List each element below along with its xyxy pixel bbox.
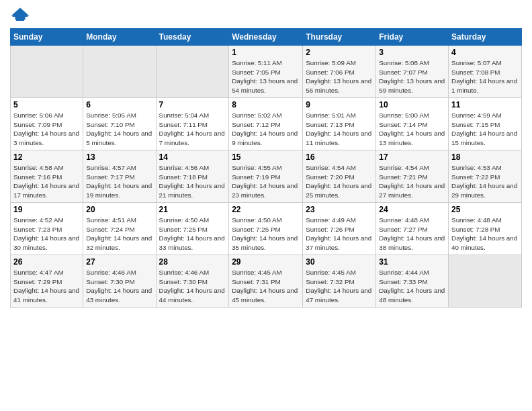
day-info: Sunrise: 4:49 AMSunset: 7:26 PMDaylight:… bbox=[306, 216, 373, 253]
day-number: 20 bbox=[86, 205, 152, 214]
day-info: Sunrise: 5:05 AMSunset: 7:10 PMDaylight:… bbox=[86, 111, 152, 148]
calendar-cell: 6Sunrise: 5:05 AMSunset: 7:10 PMDaylight… bbox=[83, 98, 156, 150]
day-info: Sunrise: 5:04 AMSunset: 7:11 PMDaylight:… bbox=[159, 111, 226, 148]
day-number: 28 bbox=[159, 257, 226, 267]
calendar-cell: 18Sunrise: 4:53 AMSunset: 7:22 PMDayligh… bbox=[449, 150, 522, 203]
day-info: Sunrise: 4:57 AMSunset: 7:17 PMDaylight:… bbox=[86, 163, 152, 200]
col-monday: Monday bbox=[83, 29, 156, 46]
calendar-cell: 27Sunrise: 4:46 AMSunset: 7:30 PMDayligh… bbox=[83, 255, 156, 308]
calendar-cell: 20Sunrise: 4:51 AMSunset: 7:24 PMDayligh… bbox=[83, 203, 156, 255]
col-friday: Friday bbox=[376, 29, 449, 46]
day-info: Sunrise: 5:02 AMSunset: 7:12 PMDaylight:… bbox=[232, 111, 300, 148]
calendar-cell: 8Sunrise: 5:02 AMSunset: 7:12 PMDaylight… bbox=[229, 98, 303, 150]
calendar-cell: 26Sunrise: 4:47 AMSunset: 7:29 PMDayligh… bbox=[11, 255, 83, 308]
day-info: Sunrise: 4:50 AMSunset: 7:25 PMDaylight:… bbox=[232, 216, 300, 253]
day-number: 27 bbox=[86, 257, 152, 267]
day-info: Sunrise: 5:06 AMSunset: 7:09 PMDaylight:… bbox=[13, 111, 80, 148]
day-info: Sunrise: 4:46 AMSunset: 7:30 PMDaylight:… bbox=[86, 268, 152, 305]
day-number: 15 bbox=[232, 152, 300, 162]
col-tuesday: Tuesday bbox=[156, 29, 229, 46]
day-number: 31 bbox=[379, 257, 445, 267]
col-sunday: Sunday bbox=[11, 29, 83, 46]
day-number: 5 bbox=[13, 100, 80, 109]
col-thursday: Thursday bbox=[303, 29, 376, 46]
day-info: Sunrise: 5:01 AMSunset: 7:13 PMDaylight:… bbox=[306, 111, 373, 148]
day-number: 14 bbox=[159, 152, 226, 162]
calendar-cell: 4Sunrise: 5:07 AMSunset: 7:08 PMDaylight… bbox=[449, 46, 522, 98]
day-number: 30 bbox=[306, 257, 373, 267]
day-number: 22 bbox=[232, 205, 300, 214]
day-info: Sunrise: 4:54 AMSunset: 7:20 PMDaylight:… bbox=[306, 163, 373, 200]
calendar-week-2: 5Sunrise: 5:06 AMSunset: 7:09 PMDaylight… bbox=[11, 98, 522, 150]
day-number: 7 bbox=[159, 100, 226, 109]
page-container: Sunday Monday Tuesday Wednesday Thursday… bbox=[0, 0, 532, 314]
calendar-week-5: 26Sunrise: 4:47 AMSunset: 7:29 PMDayligh… bbox=[11, 255, 522, 308]
calendar-cell: 21Sunrise: 4:50 AMSunset: 7:25 PMDayligh… bbox=[156, 203, 229, 255]
calendar-cell: 2Sunrise: 5:09 AMSunset: 7:06 PMDaylight… bbox=[303, 46, 376, 98]
day-info: Sunrise: 4:55 AMSunset: 7:19 PMDaylight:… bbox=[232, 163, 300, 200]
calendar-cell: 1Sunrise: 5:11 AMSunset: 7:05 PMDaylight… bbox=[229, 46, 303, 98]
calendar-cell: 11Sunrise: 4:59 AMSunset: 7:15 PMDayligh… bbox=[449, 98, 522, 150]
day-info: Sunrise: 5:07 AMSunset: 7:08 PMDaylight:… bbox=[451, 58, 519, 95]
calendar-cell: 24Sunrise: 4:48 AMSunset: 7:27 PMDayligh… bbox=[376, 203, 449, 255]
day-number: 6 bbox=[86, 100, 152, 109]
day-number: 13 bbox=[86, 152, 152, 162]
calendar-cell: 16Sunrise: 4:54 AMSunset: 7:20 PMDayligh… bbox=[303, 150, 376, 203]
calendar-cell: 13Sunrise: 4:57 AMSunset: 7:17 PMDayligh… bbox=[83, 150, 156, 203]
calendar-cell: 10Sunrise: 5:00 AMSunset: 7:14 PMDayligh… bbox=[376, 98, 449, 150]
calendar-body: 1Sunrise: 5:11 AMSunset: 7:05 PMDaylight… bbox=[11, 46, 522, 308]
day-number: 12 bbox=[13, 152, 80, 162]
calendar-cell: 12Sunrise: 4:58 AMSunset: 7:16 PMDayligh… bbox=[11, 150, 83, 203]
day-number: 16 bbox=[306, 152, 373, 162]
calendar-week-1: 1Sunrise: 5:11 AMSunset: 7:05 PMDaylight… bbox=[11, 46, 522, 98]
day-number: 29 bbox=[232, 257, 300, 267]
day-number: 1 bbox=[232, 48, 300, 57]
calendar-week-4: 19Sunrise: 4:52 AMSunset: 7:23 PMDayligh… bbox=[11, 203, 522, 255]
day-info: Sunrise: 4:58 AMSunset: 7:16 PMDaylight:… bbox=[13, 163, 80, 200]
calendar-cell bbox=[11, 46, 83, 98]
calendar-table: Sunday Monday Tuesday Wednesday Thursday… bbox=[10, 28, 522, 308]
calendar-cell: 14Sunrise: 4:56 AMSunset: 7:18 PMDayligh… bbox=[156, 150, 229, 203]
calendar-cell: 31Sunrise: 4:44 AMSunset: 7:33 PMDayligh… bbox=[376, 255, 449, 308]
day-info: Sunrise: 4:47 AMSunset: 7:29 PMDaylight:… bbox=[13, 268, 80, 305]
day-number: 11 bbox=[451, 100, 519, 109]
day-info: Sunrise: 5:00 AMSunset: 7:14 PMDaylight:… bbox=[379, 111, 445, 148]
day-info: Sunrise: 4:54 AMSunset: 7:21 PMDaylight:… bbox=[379, 163, 445, 200]
calendar-cell: 23Sunrise: 4:49 AMSunset: 7:26 PMDayligh… bbox=[303, 203, 376, 255]
calendar-cell: 30Sunrise: 4:45 AMSunset: 7:32 PMDayligh… bbox=[303, 255, 376, 308]
calendar-cell: 7Sunrise: 5:04 AMSunset: 7:11 PMDaylight… bbox=[156, 98, 229, 150]
calendar-cell: 28Sunrise: 4:46 AMSunset: 7:30 PMDayligh… bbox=[156, 255, 229, 308]
day-info: Sunrise: 5:09 AMSunset: 7:06 PMDaylight:… bbox=[306, 58, 373, 95]
day-info: Sunrise: 4:52 AMSunset: 7:23 PMDaylight:… bbox=[13, 216, 80, 253]
day-info: Sunrise: 4:53 AMSunset: 7:22 PMDaylight:… bbox=[451, 163, 519, 200]
col-wednesday: Wednesday bbox=[229, 29, 303, 46]
calendar-cell: 3Sunrise: 5:08 AMSunset: 7:07 PMDaylight… bbox=[376, 46, 449, 98]
calendar-cell: 15Sunrise: 4:55 AMSunset: 7:19 PMDayligh… bbox=[229, 150, 303, 203]
day-number: 3 bbox=[379, 48, 445, 57]
day-info: Sunrise: 4:48 AMSunset: 7:27 PMDaylight:… bbox=[379, 216, 445, 253]
calendar-cell bbox=[449, 255, 522, 308]
day-number: 26 bbox=[13, 257, 80, 267]
day-info: Sunrise: 5:11 AMSunset: 7:05 PMDaylight:… bbox=[232, 58, 300, 95]
day-info: Sunrise: 4:44 AMSunset: 7:33 PMDaylight:… bbox=[379, 268, 445, 305]
calendar-week-3: 12Sunrise: 4:58 AMSunset: 7:16 PMDayligh… bbox=[11, 150, 522, 203]
day-info: Sunrise: 4:51 AMSunset: 7:24 PMDaylight:… bbox=[86, 216, 152, 253]
day-number: 9 bbox=[306, 100, 373, 109]
calendar-cell: 9Sunrise: 5:01 AMSunset: 7:13 PMDaylight… bbox=[303, 98, 376, 150]
day-number: 8 bbox=[232, 100, 300, 109]
day-info: Sunrise: 4:45 AMSunset: 7:32 PMDaylight:… bbox=[306, 268, 373, 305]
calendar-cell: 22Sunrise: 4:50 AMSunset: 7:25 PMDayligh… bbox=[229, 203, 303, 255]
day-number: 2 bbox=[306, 48, 373, 57]
svg-marker-0 bbox=[11, 8, 30, 20]
calendar-cell: 19Sunrise: 4:52 AMSunset: 7:23 PMDayligh… bbox=[11, 203, 83, 255]
day-number: 21 bbox=[159, 205, 226, 214]
day-number: 23 bbox=[306, 205, 373, 214]
day-info: Sunrise: 4:46 AMSunset: 7:30 PMDaylight:… bbox=[159, 268, 226, 305]
calendar-cell: 5Sunrise: 5:06 AMSunset: 7:09 PMDaylight… bbox=[11, 98, 83, 150]
calendar-cell: 29Sunrise: 4:45 AMSunset: 7:31 PMDayligh… bbox=[229, 255, 303, 308]
day-number: 10 bbox=[379, 100, 445, 109]
logo bbox=[10, 7, 33, 23]
day-info: Sunrise: 4:50 AMSunset: 7:25 PMDaylight:… bbox=[159, 216, 226, 253]
calendar-cell: 17Sunrise: 4:54 AMSunset: 7:21 PMDayligh… bbox=[376, 150, 449, 203]
day-info: Sunrise: 4:45 AMSunset: 7:31 PMDaylight:… bbox=[232, 268, 300, 305]
